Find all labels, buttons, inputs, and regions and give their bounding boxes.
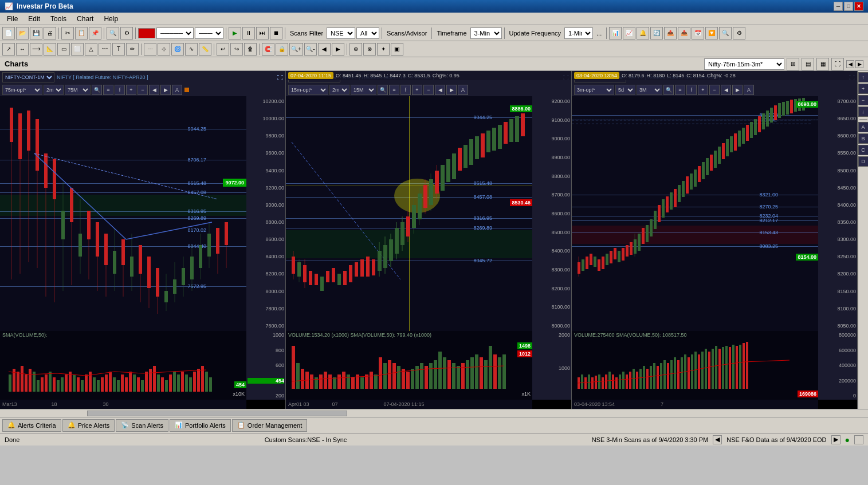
menu-edit[interactable]: Edit — [23, 14, 45, 24]
rt-btn5[interactable]: A — [858, 122, 869, 132]
tab-alerts-criteria[interactable]: 🔔 Alerts Criteria — [2, 419, 61, 432]
chart-right-period-select[interactable]: 5d — [615, 85, 635, 95]
nav-left[interactable]: ◀ — [846, 60, 854, 68]
cut-button[interactable]: ✂ — [61, 27, 74, 40]
layout-select[interactable]: Nifty-75m-15m-3m* Default — [704, 58, 784, 70]
chart-left-settings[interactable]: ≡ — [103, 85, 113, 95]
export-button[interactable]: 📤 — [664, 27, 677, 40]
draw-btn6[interactable]: ⬜ — [71, 43, 84, 56]
chart-type-button[interactable]: 📊 — [609, 27, 622, 40]
chart-left-area[interactable]: 9044.25 8706.17 8515.48 8457.08 8316.95 … — [0, 96, 246, 331]
draw-btn7[interactable]: △ — [85, 43, 97, 56]
chart-mid-zoom[interactable]: 🔍 — [378, 85, 388, 95]
stop-button[interactable]: ⏹ — [270, 27, 282, 40]
draw-btn2[interactable]: ↔ — [16, 43, 29, 56]
minimize-button[interactable]: ─ — [834, 2, 843, 11]
menu-chart[interactable]: Chart — [72, 14, 98, 24]
wave-button[interactable]: ∿ — [185, 43, 198, 56]
close-button[interactable]: ✕ — [854, 2, 863, 11]
scroll-left[interactable]: ◀ — [318, 43, 331, 56]
fullscreen-button[interactable]: ⛶ — [831, 58, 844, 70]
chart-right-tf2-select[interactable]: 3M — [637, 85, 662, 95]
chart-right-volume[interactable]: VOLUME:275400 SMA(VOLUME,50): 108517.50 — [572, 331, 818, 400]
chart-left-zoom[interactable]: 🔍 — [92, 85, 102, 95]
drawing-extra2[interactable]: ⊗ — [363, 43, 376, 56]
color-picker[interactable] — [138, 28, 155, 38]
zoom-in-btn[interactable]: 🔍+ — [289, 43, 303, 56]
chart-right-zoom-in[interactable]: + — [698, 85, 708, 95]
chart-mid-period-select[interactable]: 2m — [329, 85, 349, 95]
filter-button[interactable]: 🔽 — [705, 27, 718, 40]
rt-btn7[interactable]: C — [858, 145, 869, 155]
nav-arrow-right[interactable]: ▶ — [831, 435, 840, 444]
save-button[interactable]: 💾 — [30, 27, 42, 40]
config-button[interactable]: ⚙ — [733, 27, 745, 40]
chart-right-area[interactable]: 8715.00 8321.00 8270.25 8232.04 8212.17 … — [572, 96, 818, 331]
chart-left-symbol-select[interactable]: NIFTY-CONT-1M — [2, 72, 54, 82]
rt-btn3[interactable]: − — [858, 95, 869, 105]
chart-mid-scroll-r[interactable]: ▶ — [446, 85, 457, 95]
status-icon1[interactable] — [854, 435, 863, 444]
copy-button[interactable]: 📋 — [75, 27, 88, 40]
menu-file[interactable]: File — [2, 14, 22, 24]
open-button[interactable]: 📂 — [16, 27, 29, 40]
all-select[interactable]: All — [356, 27, 379, 39]
line-width-select[interactable]: ──── — [195, 27, 223, 39]
pause-button[interactable]: ⏸ — [242, 27, 255, 40]
hscroll-thumb[interactable] — [87, 411, 348, 416]
chart-right-auto[interactable]: A — [744, 85, 754, 95]
chart-mid-auto[interactable]: A — [458, 85, 468, 95]
grid-button[interactable]: ⊞ — [787, 58, 799, 70]
draw-btn5[interactable]: ▭ — [57, 43, 70, 56]
paste-button[interactable]: 📌 — [89, 27, 101, 40]
new-button[interactable]: 📄 — [2, 27, 15, 40]
chart-mid-tf2-select[interactable]: 15M — [351, 85, 376, 95]
chart-mid-area[interactable]: 9044.25 8515.48 8457.08 8316.95 8269.89 … — [286, 96, 532, 331]
settings-button[interactable]: ⚙ — [120, 27, 133, 40]
chart-right-scroll-r[interactable]: ▶ — [732, 85, 743, 95]
fib-button[interactable]: ⋯ — [144, 43, 156, 56]
draw-undo[interactable]: ↩ — [217, 43, 229, 56]
chart-right-zoom[interactable]: 🔍 — [663, 85, 674, 95]
chart-left-scroll-l[interactable]: ◀ — [149, 85, 159, 95]
draw-redo[interactable]: ↪ — [230, 43, 243, 56]
rt-btn4[interactable]: ↓ — [858, 107, 869, 117]
nav-arrow-left[interactable]: ◀ — [713, 435, 722, 444]
chart-left-zoom-out[interactable]: − — [138, 85, 148, 95]
chart-mid-indicators[interactable]: f — [400, 85, 411, 95]
chart-left-indicators[interactable]: f — [115, 85, 125, 95]
rt-btn6[interactable]: B — [858, 133, 869, 144]
chart-left-tf2-select[interactable]: 75M — [65, 85, 91, 95]
chart-mid-settings[interactable]: ≡ — [389, 85, 399, 95]
lock-button[interactable]: 🔒 — [276, 43, 288, 56]
chart-right-tf-select[interactable]: 3m-opt* — [574, 85, 614, 95]
chart-left-scroll-r[interactable]: ▶ — [160, 85, 171, 95]
rt-btn1[interactable]: ↑ — [858, 72, 869, 82]
chart-right-zoom-out[interactable]: − — [709, 85, 720, 95]
draw-btn10[interactable]: ✏ — [126, 43, 139, 56]
line-style-select[interactable]: ───── - - - — [156, 27, 194, 39]
nav-right[interactable]: ▶ — [855, 60, 863, 68]
chart-mid-zoom-out[interactable]: − — [423, 85, 434, 95]
exchange-select[interactable]: NSEBSE — [327, 27, 355, 39]
draw-delete[interactable]: 🗑 — [244, 43, 257, 56]
alert-button[interactable]: 🔔 — [637, 27, 649, 40]
chart-right-settings[interactable]: ≡ — [675, 85, 685, 95]
draw-btn8[interactable]: 〰 — [99, 43, 111, 56]
chart-right-scroll-l[interactable]: ◀ — [721, 85, 731, 95]
drawing-extra3[interactable]: ✦ — [377, 43, 390, 56]
indicator-button[interactable]: 📈 — [623, 27, 635, 40]
menu-help[interactable]: Help — [99, 14, 123, 24]
drawing-extra1[interactable]: ⊕ — [349, 43, 362, 56]
rt-btn2[interactable]: + — [858, 84, 869, 94]
chart-mid-zoom-in[interactable]: + — [412, 85, 422, 95]
draw-btn9[interactable]: T — [112, 43, 125, 56]
window-controls[interactable]: ─ □ ✕ — [834, 2, 863, 11]
chart-mid-volume[interactable]: VOLUME:1534.20 (x1000) SMA(VOLUME,50): 7… — [286, 331, 532, 400]
chart-left-auto[interactable]: A — [172, 85, 182, 95]
draw-btn1[interactable]: ↗ — [2, 43, 15, 56]
tab-order-management[interactable]: 📋 Order Management — [232, 419, 307, 432]
timeframe-select[interactable]: 3-Min5-Min15-Min — [470, 27, 502, 39]
search-button[interactable]: 🔍 — [719, 27, 732, 40]
rt-btn8[interactable]: D — [858, 156, 869, 167]
